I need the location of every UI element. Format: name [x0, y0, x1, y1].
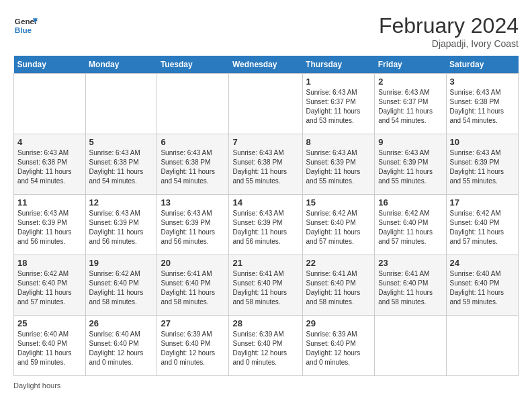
day-number: 25: [17, 318, 82, 328]
calendar-cell: [157, 74, 229, 134]
calendar-cell: 22Sunrise: 6:41 AM Sunset: 6:40 PM Dayli…: [302, 255, 375, 316]
day-info: Sunrise: 6:43 AM Sunset: 6:39 PM Dayligh…: [306, 148, 371, 186]
calendar-cell: 12Sunrise: 6:43 AM Sunset: 6:39 PM Dayli…: [85, 195, 157, 255]
day-number: 16: [378, 197, 442, 208]
col-header-monday: Monday: [85, 56, 157, 74]
day-info: Sunrise: 6:41 AM Sunset: 6:40 PM Dayligh…: [161, 269, 225, 307]
title-block: February 2024 Djapadji, Ivory Coast: [379, 13, 519, 49]
day-number: 23: [378, 258, 442, 268]
calendar-cell: 17Sunrise: 6:42 AM Sunset: 6:40 PM Dayli…: [446, 195, 519, 255]
day-info: Sunrise: 6:43 AM Sunset: 6:38 PM Dayligh…: [232, 148, 298, 186]
day-info: Sunrise: 6:43 AM Sunset: 6:38 PM Dayligh…: [89, 148, 154, 186]
calendar-cell: 2Sunrise: 6:43 AM Sunset: 6:37 PM Daylig…: [375, 74, 446, 134]
day-info: Sunrise: 6:42 AM Sunset: 6:40 PM Dayligh…: [306, 209, 371, 246]
col-header-friday: Friday: [375, 56, 446, 74]
calendar-table: SundayMondayTuesdayWednesdayThursdayFrid…: [13, 56, 519, 376]
calendar-cell: 4Sunrise: 6:43 AM Sunset: 6:38 PM Daylig…: [14, 134, 86, 195]
day-number: 11: [17, 197, 82, 208]
week-row-0: 1Sunrise: 6:43 AM Sunset: 6:37 PM Daylig…: [14, 74, 519, 134]
day-info: Sunrise: 6:43 AM Sunset: 6:37 PM Dayligh…: [378, 88, 442, 126]
calendar-cell: 9Sunrise: 6:43 AM Sunset: 6:39 PM Daylig…: [375, 134, 446, 195]
day-info: Sunrise: 6:42 AM Sunset: 6:40 PM Dayligh…: [17, 269, 82, 307]
calendar-cell: 23Sunrise: 6:41 AM Sunset: 6:40 PM Dayli…: [375, 255, 446, 316]
svg-text:General: General: [15, 17, 38, 26]
calendar-cell: 18Sunrise: 6:42 AM Sunset: 6:40 PM Dayli…: [14, 255, 86, 316]
footer: Daylight hours: [13, 381, 519, 390]
week-row-2: 11Sunrise: 6:43 AM Sunset: 6:39 PM Dayli…: [14, 195, 519, 255]
calendar-cell: [85, 74, 157, 134]
calendar-cell: 26Sunrise: 6:40 AM Sunset: 6:40 PM Dayli…: [85, 316, 157, 376]
calendar-cell: 20Sunrise: 6:41 AM Sunset: 6:40 PM Dayli…: [157, 255, 229, 316]
col-header-tuesday: Tuesday: [157, 56, 229, 74]
page-header: General Blue February 2024 Djapadji, Ivo…: [13, 13, 519, 49]
day-info: Sunrise: 6:42 AM Sunset: 6:40 PM Dayligh…: [378, 209, 442, 246]
day-info: Sunrise: 6:40 AM Sunset: 6:40 PM Dayligh…: [89, 330, 154, 367]
day-info: Sunrise: 6:43 AM Sunset: 6:38 PM Dayligh…: [161, 148, 225, 186]
day-number: 27: [161, 318, 225, 328]
calendar-cell: [14, 74, 86, 134]
day-number: 4: [17, 137, 82, 147]
month-title: February 2024: [379, 13, 519, 38]
col-header-saturday: Saturday: [446, 56, 519, 74]
calendar-cell: 5Sunrise: 6:43 AM Sunset: 6:38 PM Daylig…: [85, 134, 157, 195]
day-number: 3: [450, 77, 515, 87]
calendar-cell: 27Sunrise: 6:39 AM Sunset: 6:40 PM Dayli…: [157, 316, 229, 376]
day-info: Sunrise: 6:39 AM Sunset: 6:40 PM Dayligh…: [306, 330, 371, 367]
day-info: Sunrise: 6:43 AM Sunset: 6:39 PM Dayligh…: [450, 148, 515, 186]
day-number: 15: [306, 197, 371, 208]
day-number: 14: [232, 197, 298, 208]
day-number: 22: [306, 258, 371, 268]
logo: General Blue: [13, 13, 38, 38]
day-number: 2: [378, 77, 442, 87]
calendar-cell: 13Sunrise: 6:43 AM Sunset: 6:39 PM Dayli…: [157, 195, 229, 255]
calendar-cell: 8Sunrise: 6:43 AM Sunset: 6:39 PM Daylig…: [302, 134, 375, 195]
day-number: 29: [306, 318, 371, 328]
week-row-4: 25Sunrise: 6:40 AM Sunset: 6:40 PM Dayli…: [14, 316, 519, 376]
day-info: Sunrise: 6:43 AM Sunset: 6:37 PM Dayligh…: [306, 88, 371, 126]
day-number: 24: [450, 258, 515, 268]
calendar-cell: 1Sunrise: 6:43 AM Sunset: 6:37 PM Daylig…: [302, 74, 375, 134]
day-info: Sunrise: 6:43 AM Sunset: 6:39 PM Dayligh…: [17, 209, 82, 246]
calendar-cell: 14Sunrise: 6:43 AM Sunset: 6:39 PM Dayli…: [229, 195, 302, 255]
day-number: 26: [89, 318, 154, 328]
day-number: 17: [450, 197, 515, 208]
calendar-cell: [375, 316, 446, 376]
calendar-cell: 7Sunrise: 6:43 AM Sunset: 6:38 PM Daylig…: [229, 134, 302, 195]
calendar-cell: 29Sunrise: 6:39 AM Sunset: 6:40 PM Dayli…: [302, 316, 375, 376]
day-number: 9: [378, 137, 442, 147]
day-number: 19: [89, 258, 154, 268]
calendar-cell: 15Sunrise: 6:42 AM Sunset: 6:40 PM Dayli…: [302, 195, 375, 255]
day-number: 7: [232, 137, 298, 147]
col-header-thursday: Thursday: [302, 56, 375, 74]
day-info: Sunrise: 6:39 AM Sunset: 6:40 PM Dayligh…: [232, 330, 298, 367]
day-number: 8: [306, 137, 371, 147]
calendar-cell: 21Sunrise: 6:41 AM Sunset: 6:40 PM Dayli…: [229, 255, 302, 316]
day-info: Sunrise: 6:41 AM Sunset: 6:40 PM Dayligh…: [232, 269, 298, 307]
header-row: SundayMondayTuesdayWednesdayThursdayFrid…: [14, 56, 519, 74]
calendar-cell: [229, 74, 302, 134]
day-info: Sunrise: 6:41 AM Sunset: 6:40 PM Dayligh…: [306, 269, 371, 307]
calendar-cell: 19Sunrise: 6:42 AM Sunset: 6:40 PM Dayli…: [85, 255, 157, 316]
day-info: Sunrise: 6:40 AM Sunset: 6:40 PM Dayligh…: [450, 269, 515, 307]
daylight-label: Daylight hours: [13, 381, 60, 390]
day-info: Sunrise: 6:43 AM Sunset: 6:39 PM Dayligh…: [232, 209, 298, 246]
day-info: Sunrise: 6:39 AM Sunset: 6:40 PM Dayligh…: [161, 330, 225, 367]
col-header-wednesday: Wednesday: [229, 56, 302, 74]
calendar-cell: 10Sunrise: 6:43 AM Sunset: 6:39 PM Dayli…: [446, 134, 519, 195]
day-number: 1: [306, 77, 371, 87]
day-number: 13: [161, 197, 225, 208]
location: Djapadji, Ivory Coast: [379, 38, 519, 49]
day-number: 21: [232, 258, 298, 268]
day-info: Sunrise: 6:40 AM Sunset: 6:40 PM Dayligh…: [17, 330, 82, 367]
day-info: Sunrise: 6:43 AM Sunset: 6:39 PM Dayligh…: [89, 209, 154, 246]
day-number: 20: [161, 258, 225, 268]
calendar-cell: 6Sunrise: 6:43 AM Sunset: 6:38 PM Daylig…: [157, 134, 229, 195]
week-row-3: 18Sunrise: 6:42 AM Sunset: 6:40 PM Dayli…: [14, 255, 519, 316]
day-number: 12: [89, 197, 154, 208]
day-info: Sunrise: 6:43 AM Sunset: 6:39 PM Dayligh…: [161, 209, 225, 246]
day-info: Sunrise: 6:42 AM Sunset: 6:40 PM Dayligh…: [450, 209, 515, 246]
day-info: Sunrise: 6:41 AM Sunset: 6:40 PM Dayligh…: [378, 269, 442, 307]
calendar-cell: 24Sunrise: 6:40 AM Sunset: 6:40 PM Dayli…: [446, 255, 519, 316]
calendar-cell: 11Sunrise: 6:43 AM Sunset: 6:39 PM Dayli…: [14, 195, 86, 255]
logo-icon: General Blue: [13, 13, 38, 38]
